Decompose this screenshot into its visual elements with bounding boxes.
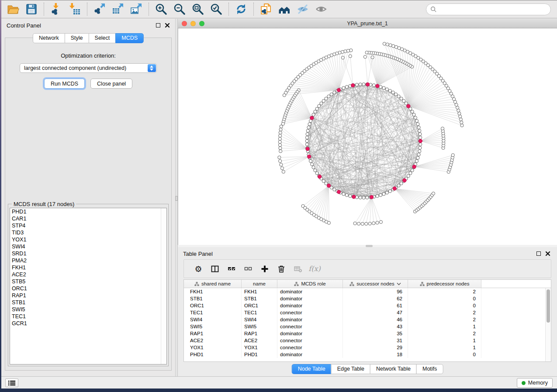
table-cell[interactable]: SWI5 — [184, 323, 242, 330]
table-row[interactable]: YOX1YOX1connector291 — [184, 344, 545, 351]
table-row[interactable]: FKH1FKH1dominator962 — [184, 288, 545, 295]
tab-select[interactable]: Select — [89, 33, 116, 43]
table-cell[interactable]: dominator — [277, 351, 343, 358]
table-cell[interactable]: 31 — [343, 337, 408, 344]
table-cell[interactable]: ACE2 — [242, 337, 277, 344]
mcds-result-item[interactable]: YOX1 — [10, 236, 166, 243]
table-cell[interactable]: PHD1 — [242, 351, 277, 358]
table-cell[interactable]: PHD1 — [184, 351, 242, 358]
table-cell[interactable]: RAP1 — [242, 330, 277, 337]
tab-network-table[interactable]: Network Table — [370, 364, 417, 374]
export-image-button[interactable] — [127, 1, 145, 17]
show-all-button[interactable] — [312, 1, 330, 17]
tab-motifs[interactable]: Motifs — [416, 364, 443, 374]
search-box[interactable] — [426, 3, 551, 15]
table-cell[interactable]: 2 — [408, 330, 481, 337]
select-all-columns-button[interactable] — [223, 261, 240, 276]
new-network-from-selection-button[interactable] — [257, 1, 275, 17]
table-cell[interactable]: TEC1 — [242, 309, 277, 316]
export-table-button[interactable] — [109, 1, 127, 17]
table-cell[interactable]: TEC1 — [184, 309, 242, 316]
network-graph[interactable] — [178, 28, 557, 245]
table-cell[interactable]: 46 — [343, 316, 408, 323]
tab-node-table[interactable]: Node Table — [292, 364, 332, 374]
mcds-result-item[interactable]: TID3 — [10, 229, 166, 236]
table-cell[interactable]: RAP1 — [184, 330, 242, 337]
table-row[interactable]: SWI4SWI4dominator462 — [184, 316, 545, 323]
delete-column-button[interactable] — [273, 261, 290, 276]
table-cell[interactable]: dominator — [277, 288, 343, 295]
zoom-selected-button[interactable] — [207, 1, 225, 17]
table-cell[interactable]: SWI4 — [242, 316, 277, 323]
close-panel-icon[interactable] — [545, 251, 550, 256]
table-cell[interactable]: ORC1 — [184, 302, 242, 309]
mcds-list-scrollbar[interactable] — [161, 208, 166, 364]
table-row[interactable]: ORC1ORC1dominator610 — [184, 302, 545, 309]
table-cell[interactable]: FKH1 — [242, 288, 277, 295]
mcds-result-item[interactable]: STB1 — [10, 299, 166, 306]
mcds-result-item[interactable]: GCR1 — [10, 320, 166, 327]
mcds-result-item[interactable]: TEC1 — [10, 313, 166, 320]
show-columns-button[interactable] — [207, 261, 223, 276]
table-cell[interactable]: SWI5 — [242, 323, 277, 330]
create-column-button[interactable] — [256, 261, 273, 276]
mcds-result-item[interactable]: CAR1 — [10, 215, 166, 222]
table-cell[interactable]: 61 — [343, 302, 408, 309]
table-cell[interactable]: STB1 — [184, 295, 242, 302]
mcds-result-item[interactable]: ORC1 — [10, 285, 166, 292]
table-cell[interactable]: dominator — [277, 330, 343, 337]
scrollbar-thumb[interactable] — [547, 289, 550, 323]
mcds-result-item[interactable]: FKH1 — [10, 264, 166, 271]
table-cell[interactable]: STB1 — [242, 295, 277, 302]
table-cell[interactable]: FKH1 — [184, 288, 242, 295]
zoom-in-button[interactable] — [152, 1, 170, 17]
table-row[interactable]: TEC1TEC1connector472 — [184, 309, 545, 316]
table-cell[interactable]: 2 — [408, 309, 481, 316]
column-header-predecessor-nodes[interactable]: predecessor nodes — [408, 280, 481, 288]
table-row[interactable]: SWI5SWI5connector431 — [184, 323, 545, 330]
close-panel-button[interactable]: Close panel — [90, 79, 132, 89]
table-cell[interactable]: YOX1 — [184, 344, 242, 351]
column-header-shared-name[interactable]: shared name — [184, 280, 242, 288]
table-cell[interactable]: connector — [277, 309, 343, 316]
table-cell[interactable]: SWI4 — [184, 316, 242, 323]
zoom-out-button[interactable] — [170, 1, 189, 17]
mcds-result-item[interactable]: SRD1 — [10, 250, 166, 257]
memory-button[interactable]: Memory — [517, 378, 553, 388]
table-cell[interactable]: 0 — [408, 302, 481, 309]
table-cell[interactable]: dominator — [277, 295, 343, 302]
table-row[interactable]: ACE2ACE2connector311 — [184, 337, 545, 344]
mcds-result-list[interactable]: PHD1CAR1STP4TID3YOX1SWI4SRD1PMA2FKH1ACE2… — [10, 208, 167, 364]
table-cell[interactable]: 43 — [343, 323, 408, 330]
table-cell[interactable]: 1 — [408, 323, 481, 330]
table-cell[interactable]: ORC1 — [242, 302, 277, 309]
table-settings-button[interactable]: ⚙︎ — [190, 261, 207, 276]
table-cell[interactable]: 2 — [408, 316, 481, 323]
table-cell[interactable]: 47 — [343, 309, 408, 316]
column-header-successor-nodes[interactable]: successor nodes — [343, 280, 408, 288]
table-cell[interactable]: 1 — [408, 337, 481, 344]
column-header-MCDS-role[interactable]: MCDS role — [277, 280, 343, 288]
show-tasks-button[interactable] — [5, 378, 18, 387]
table-scrollbar[interactable] — [545, 288, 551, 361]
network-canvas[interactable] — [178, 28, 557, 245]
table-cell[interactable]: 96 — [343, 288, 408, 295]
save-session-button[interactable] — [22, 1, 41, 17]
table-cell[interactable]: 0 — [408, 295, 481, 302]
hide-selected-button[interactable] — [294, 1, 312, 17]
table-row[interactable]: STB1STB1dominator620 — [184, 295, 545, 302]
table-cell[interactable]: 18 — [343, 351, 408, 358]
table-cell[interactable]: 62 — [343, 295, 408, 302]
mcds-result-item[interactable]: SWI5 — [10, 306, 166, 313]
column-header-name[interactable]: name — [242, 280, 277, 288]
tab-edge-table[interactable]: Edge Table — [331, 364, 370, 374]
import-table-button[interactable] — [66, 1, 84, 17]
refresh-layout-button[interactable] — [232, 1, 250, 17]
first-neighbors-button[interactable] — [275, 1, 294, 17]
table-cell[interactable]: 1 — [408, 344, 481, 351]
table-cell[interactable]: 2 — [408, 288, 481, 295]
table-cell[interactable]: connector — [277, 344, 343, 351]
table-cell[interactable]: connector — [277, 337, 343, 344]
table-row[interactable]: PHD1PHD1dominator180 — [184, 351, 545, 358]
deselect-all-columns-button[interactable] — [240, 261, 256, 276]
